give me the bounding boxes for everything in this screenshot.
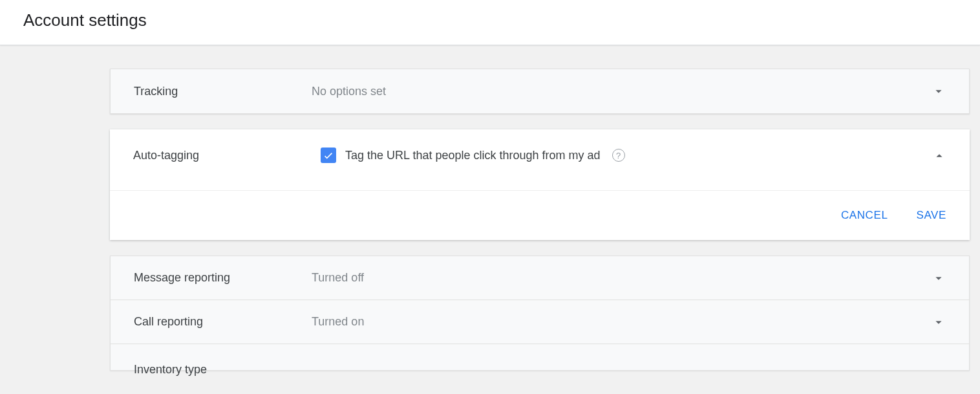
help-icon[interactable]: ? <box>612 149 625 162</box>
auto-tagging-actions: CANCEL SAVE <box>110 190 970 240</box>
page-header: Account settings <box>0 0 980 45</box>
auto-tagging-option-row: Tag the URL that people click through fr… <box>321 148 932 163</box>
auto-tagging-label: Auto-tagging <box>133 148 321 163</box>
auto-tagging-body: Auto-tagging Tag the URL that people cli… <box>110 129 970 190</box>
auto-tagging-checkbox[interactable] <box>321 148 336 163</box>
cancel-button[interactable]: CANCEL <box>841 209 888 222</box>
chevron-down-icon <box>932 271 946 285</box>
chevron-down-icon <box>932 84 946 98</box>
inventory-type-row[interactable]: Inventory type <box>111 344 969 370</box>
chevron-down-icon <box>932 315 946 329</box>
check-icon <box>323 149 334 161</box>
inventory-type-label: Inventory type <box>134 363 312 377</box>
message-reporting-label: Message reporting <box>134 271 312 285</box>
chevron-up-icon[interactable] <box>932 148 946 163</box>
tracking-card[interactable]: Tracking No options set <box>110 69 970 114</box>
auto-tagging-card: Auto-tagging Tag the URL that people cli… <box>110 129 970 240</box>
call-reporting-row[interactable]: Call reporting Turned on <box>111 300 969 344</box>
auto-tagging-checkbox-label: Tag the URL that people click through fr… <box>345 149 601 162</box>
tracking-label: Tracking <box>134 85 312 98</box>
save-button[interactable]: SAVE <box>917 209 947 222</box>
message-reporting-value: Turned off <box>312 271 932 285</box>
tracking-value: No options set <box>312 85 932 98</box>
settings-list: Message reporting Turned off Call report… <box>110 256 970 371</box>
message-reporting-row[interactable]: Message reporting Turned off <box>111 256 969 300</box>
call-reporting-label: Call reporting <box>134 315 312 329</box>
content-area: Tracking No options set Auto-tagging Tag… <box>0 45 980 371</box>
call-reporting-value: Turned on <box>312 315 932 329</box>
page-title: Account settings <box>23 10 957 30</box>
